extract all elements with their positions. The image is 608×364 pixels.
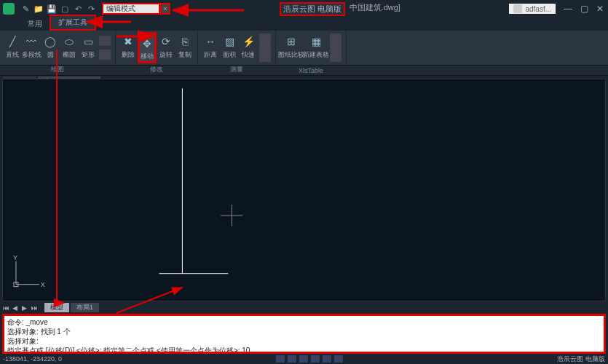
ribbon-group-draw: ╱直线 〰多段线 ◯圆 ⬭椭圆 ▭矩形 绘图 <box>0 31 116 65</box>
layout-nav: ⏮ ◀ ▶ ⏭ <box>3 304 39 312</box>
open-icon[interactable]: 📁 <box>33 4 44 14</box>
window-controls: — ▢ ✕ <box>563 4 605 14</box>
save-icon[interactable]: 💾 <box>47 4 57 14</box>
measure-more <box>258 32 272 63</box>
maximize-button[interactable]: ▢ <box>579 4 589 14</box>
quick-icon: ⚡ <box>240 33 256 50</box>
draw-small-2[interactable] <box>99 50 111 60</box>
measure-small-2[interactable] <box>259 43 271 52</box>
rect-icon: ▭ <box>80 33 96 50</box>
polyline-icon: 〰 <box>23 33 39 50</box>
brand-label: 浩辰云图 电脑版 <box>280 2 345 16</box>
layout-next-icon[interactable]: ▶ <box>22 304 29 312</box>
line-button[interactable]: ╱直线 <box>3 32 22 63</box>
status-bar: -138041, -234220, 0 浩辰云图 电脑版 <box>0 354 608 364</box>
group-label-xls: XlsTable <box>276 67 346 74</box>
layout-tab-model[interactable]: 模型 <box>44 303 69 312</box>
ellipse-button[interactable]: ⬭椭圆 <box>60 32 79 63</box>
canvas-svg: X Y <box>3 79 605 301</box>
status-coords: -138041, -234220, 0 <box>3 355 62 363</box>
layout-tabs: ⏮ ◀ ▶ ⏭ 模型 布局1 <box>0 302 608 313</box>
drawing-canvas[interactable]: X Y <box>2 79 606 301</box>
status-right: 浩辰云图 电脑版 <box>557 355 605 364</box>
axis-y-label: Y <box>13 254 17 261</box>
measure-small-3[interactable] <box>259 52 271 62</box>
delete-button[interactable]: ✖删除 <box>119 32 138 63</box>
user-icon <box>513 4 522 13</box>
ribbon-group-compare: ⊞图纸比较 ▦新建表格 XlsTable <box>276 31 347 65</box>
copy-icon: ⎘ <box>177 33 193 50</box>
tab-extend-tools[interactable]: 扩展工具 <box>50 15 96 31</box>
layout-first-icon[interactable]: ⏮ <box>3 304 10 312</box>
quick-button[interactable]: ⚡快速 <box>239 32 258 63</box>
app-logo-icon <box>3 3 15 15</box>
copy-button[interactable]: ⎘复制 <box>175 32 194 63</box>
status-icon-5[interactable] <box>323 355 331 363</box>
delete-icon: ✖ <box>120 33 136 50</box>
rotate-icon: ⟳ <box>158 33 174 50</box>
group-label-modify: 修改 <box>116 65 197 74</box>
new-table-button[interactable]: ▦新建表格 <box>304 32 328 63</box>
status-icon-3[interactable] <box>299 355 308 363</box>
new-icon[interactable]: ✎ <box>20 4 31 14</box>
layout-prev-icon[interactable]: ◀ <box>12 304 20 312</box>
status-icon-2[interactable] <box>288 355 296 363</box>
search-mode-box[interactable]: 编辑模式 <box>102 3 160 15</box>
quick-access-toolbar: ✎ 📁 💾 ▢ ↶ ↷ <box>20 4 96 14</box>
line-icon: ╱ <box>4 33 20 50</box>
distance-button[interactable]: ↔距离 <box>201 32 220 63</box>
search-close-icon[interactable]: × <box>160 3 170 15</box>
compare-small-2[interactable] <box>330 43 341 52</box>
rotate-button[interactable]: ⟳旋转 <box>157 32 175 63</box>
measure-small-1[interactable] <box>259 33 271 43</box>
ellipse-icon: ⬭ <box>61 33 77 50</box>
dwg-compare-button[interactable]: ⊞图纸比较 <box>279 32 304 63</box>
username: adfasf... <box>525 5 551 13</box>
ribbon-tabs: 常用 扩展工具 <box>0 17 608 31</box>
status-icon-1[interactable] <box>276 355 285 363</box>
doc-title: 中国建筑.dwg] <box>350 2 400 16</box>
ribbon-group-measure: ↔距离 ▨面积 ⚡快速 测量 <box>198 31 276 65</box>
cmd-line-4: 指定基点或 [位移(D)] <位移>: 指定第二个点或 <使用第一个点作为位移>… <box>7 346 601 354</box>
draw-small-1[interactable] <box>99 36 111 46</box>
ribbon: ╱直线 〰多段线 ◯圆 ⬭椭圆 ▭矩形 绘图 ✖删除 ✥移动 ⟳旋转 ⎘复制 修… <box>0 31 608 66</box>
tab-common[interactable]: 常用 <box>20 17 50 31</box>
cmd-line-2: 选择对象: 找到 1 个 <box>7 327 601 336</box>
move-button[interactable]: ✥移动 <box>138 32 157 63</box>
close-button[interactable]: ✕ <box>595 4 605 14</box>
file-icon[interactable]: ▢ <box>60 4 70 14</box>
layout-tab-1[interactable]: 布局1 <box>71 303 99 312</box>
group-label-draw: 绘图 <box>0 65 115 74</box>
move-icon: ✥ <box>139 36 155 51</box>
layout-last-icon[interactable]: ⏭ <box>31 304 39 312</box>
status-icons <box>276 355 343 363</box>
circle-button[interactable]: ◯圆 <box>41 32 60 63</box>
group-label-measure: 测量 <box>198 65 275 74</box>
ribbon-group-modify: ✖删除 ✥移动 ⟳旋转 ⎘复制 修改 <box>116 31 198 65</box>
table-icon: ▦ <box>308 33 324 50</box>
compare-more <box>328 32 343 63</box>
cmd-line-3: 选择对象: <box>7 336 601 346</box>
status-icon-4[interactable] <box>311 355 320 363</box>
minimize-button[interactable]: — <box>563 4 573 14</box>
compare-small-1[interactable] <box>330 33 341 43</box>
axis-x-label: X <box>41 281 45 288</box>
undo-icon[interactable]: ↶ <box>73 4 83 14</box>
distance-icon: ↔ <box>202 33 218 50</box>
rect-button[interactable]: ▭矩形 <box>79 32 98 63</box>
user-box[interactable]: adfasf... <box>509 4 556 14</box>
circle-icon: ◯ <box>42 33 58 50</box>
redo-icon[interactable]: ↷ <box>86 4 96 14</box>
status-icon-6[interactable] <box>334 355 343 363</box>
cmd-line-1: 命令: _move <box>7 317 601 327</box>
area-button[interactable]: ▨面积 <box>220 32 239 63</box>
title-center: 浩辰云图 电脑版 中国建筑.dwg] <box>170 2 509 16</box>
dwg-compare-icon: ⊞ <box>283 33 299 50</box>
command-line[interactable]: 命令: _move 选择对象: 找到 1 个 选择对象: 指定基点或 [位移(D… <box>2 314 606 354</box>
draw-more <box>98 32 112 63</box>
area-icon: ▨ <box>221 33 237 50</box>
polyline-button[interactable]: 〰多段线 <box>22 32 41 63</box>
compare-small-3[interactable] <box>330 52 341 62</box>
